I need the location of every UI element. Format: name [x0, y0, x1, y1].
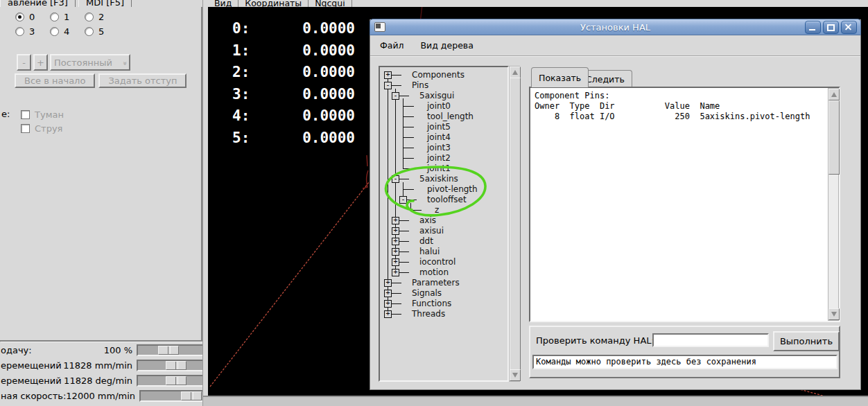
expand-icon[interactable]: +: [392, 248, 399, 256]
tree-item-Threads[interactable]: +Threads: [380, 309, 507, 319]
checkbox-icon[interactable]: [21, 124, 30, 133]
tree-item-axis[interactable]: +axis: [380, 215, 507, 226]
window-title: Установки HAL: [370, 22, 860, 33]
viewport-tab-Координаты[interactable]: Координаты: [238, 0, 309, 7]
tree-item-Components[interactable]: +Components: [380, 70, 507, 80]
maximize-button[interactable]: [823, 21, 839, 34]
tree-item-z[interactable]: z: [380, 205, 507, 215]
checkbox-icon[interactable]: [21, 110, 30, 119]
viewport-tab-Ngcgui[interactable]: Ngcgui: [309, 0, 352, 7]
radio-icon[interactable]: [85, 27, 94, 36]
tree-item-joint2[interactable]: joint2: [380, 153, 507, 164]
tab-show[interactable]: Показать: [531, 67, 589, 87]
jog-increment-row: - + Постоянный »: [17, 54, 130, 71]
slider[interactable]: [137, 360, 208, 371]
expand-icon[interactable]: +: [384, 290, 392, 297]
radio-icon[interactable]: [50, 27, 59, 36]
expand-icon[interactable]: +: [384, 71, 392, 79]
slider-handle[interactable]: [181, 391, 202, 400]
tree-item-axisui[interactable]: +axisui: [380, 226, 507, 236]
radio-label: 0: [29, 12, 35, 22]
radio-axis-3[interactable]: 3: [15, 24, 50, 39]
radio-icon[interactable]: [15, 27, 24, 36]
tree-scrollbar[interactable]: [509, 66, 520, 382]
slider[interactable]: [137, 375, 208, 387]
radio-label: 4: [64, 26, 69, 37]
minimize-button[interactable]: [805, 21, 821, 34]
tree-item-Parameters[interactable]: +Parameters: [380, 278, 507, 288]
slider[interactable]: [137, 344, 208, 356]
tree-item-joint0[interactable]: joint0: [380, 101, 507, 112]
menu-file[interactable]: Файл: [380, 40, 404, 51]
expand-icon[interactable]: +: [392, 217, 399, 224]
radio-axis-5[interactable]: 5: [85, 24, 119, 39]
scrollbar-thumb[interactable]: [828, 100, 840, 175]
window-icon[interactable]: [374, 22, 385, 32]
radio-icon[interactable]: [85, 12, 94, 21]
tree-item-tool_length[interactable]: tool_length: [380, 112, 507, 122]
decrement-button[interactable]: -: [17, 54, 31, 71]
jog-mode-dropdown[interactable]: Постоянный »: [50, 54, 130, 71]
scroll-up-icon[interactable]: [828, 89, 840, 100]
tree-item-Signals[interactable]: +Signals: [380, 288, 507, 299]
expand-icon[interactable]: +: [392, 269, 399, 276]
set-offset-button[interactable]: Задать отступ: [98, 73, 186, 88]
tree-item-5axisgui[interactable]: -5axisgui: [380, 91, 507, 101]
expand-icon[interactable]: +: [384, 310, 392, 318]
tab-mdi[interactable]: MDI [F5]: [78, 0, 132, 7]
slider-handle[interactable]: [166, 361, 186, 370]
expand-icon[interactable]: +: [392, 238, 399, 245]
tree-item-joint4[interactable]: joint4: [380, 132, 507, 143]
tree-item-ddt[interactable]: +ddt: [380, 236, 507, 247]
hal-settings-window: Установки HAL Файл Вид дерева +Component…: [370, 19, 861, 390]
tree-item-iocontrol[interactable]: +iocontrol: [380, 257, 507, 267]
viewport-tab-Вид[interactable]: Вид: [208, 0, 238, 7]
increment-button[interactable]: +: [33, 54, 48, 71]
slider-handle[interactable]: [158, 346, 179, 355]
collapse-icon[interactable]: -: [399, 196, 407, 204]
expand-icon[interactable]: +: [392, 258, 399, 266]
home-all-button[interactable]: Все в начало: [15, 73, 95, 88]
mist-checkbox-row[interactable]: Туман: [21, 107, 64, 121]
radio-icon[interactable]: [15, 12, 24, 21]
expand-icon[interactable]: +: [392, 227, 399, 235]
tree-item-pivot-length[interactable]: pivot-length: [380, 184, 507, 195]
tree-item-5axiskins[interactable]: -5axiskins: [380, 174, 507, 184]
slider-handle[interactable]: [166, 376, 186, 385]
maximize-icon: [827, 24, 835, 31]
radio-axis-2[interactable]: 2: [85, 10, 119, 24]
hal-command-input[interactable]: [652, 333, 769, 347]
pin-display-box[interactable]: Component Pins: Owner Type Dir Value Nam…: [529, 87, 840, 322]
radio-axis-4[interactable]: 4: [50, 24, 85, 39]
collapse-icon[interactable]: -: [384, 82, 392, 89]
scroll-down-icon[interactable]: [828, 308, 840, 320]
collapse-icon[interactable]: -: [392, 92, 399, 100]
tree-item-motion[interactable]: +motion: [380, 267, 507, 278]
tree-item-joint1[interactable]: joint1: [380, 164, 507, 174]
tree-item-halui[interactable]: +halui: [380, 247, 507, 257]
scroll-down-icon[interactable]: [510, 369, 521, 381]
scroll-up-icon[interactable]: [510, 67, 521, 78]
collapse-icon[interactable]: -: [392, 175, 399, 183]
radio-axis-0[interactable]: 0: [15, 10, 50, 24]
tab-manual-control[interactable]: авление [F3]: [0, 0, 76, 7]
hal-tree[interactable]: +Components-Pins-5axisguijoint0tool_leng…: [379, 66, 509, 382]
override-row: одачу:100 %: [0, 344, 208, 356]
window-titlebar[interactable]: Установки HAL: [370, 19, 861, 35]
radio-icon[interactable]: [50, 12, 59, 21]
execute-button[interactable]: Выполнить: [773, 331, 840, 351]
tree-item-joint5[interactable]: joint5: [380, 122, 507, 132]
scrollbar-thumb[interactable]: [510, 78, 521, 371]
display-scrollbar[interactable]: [828, 88, 839, 321]
tree-item-joint3[interactable]: joint3: [380, 143, 507, 153]
expand-icon[interactable]: +: [384, 300, 392, 308]
command-frame: Проверить команду HAL: Выполнить Команды…: [529, 326, 840, 378]
expand-icon[interactable]: +: [384, 279, 392, 287]
flood-checkbox-row[interactable]: Струя: [21, 121, 64, 135]
close-button[interactable]: [841, 21, 857, 34]
radio-axis-1[interactable]: 1: [50, 10, 85, 24]
tree-item-Functions[interactable]: +Functions: [380, 299, 507, 309]
tree-item-Pins[interactable]: -Pins: [380, 80, 507, 91]
tree-item-tooloffset[interactable]: -tooloffset: [380, 195, 507, 205]
menu-treeview[interactable]: Вид дерева: [421, 40, 474, 51]
